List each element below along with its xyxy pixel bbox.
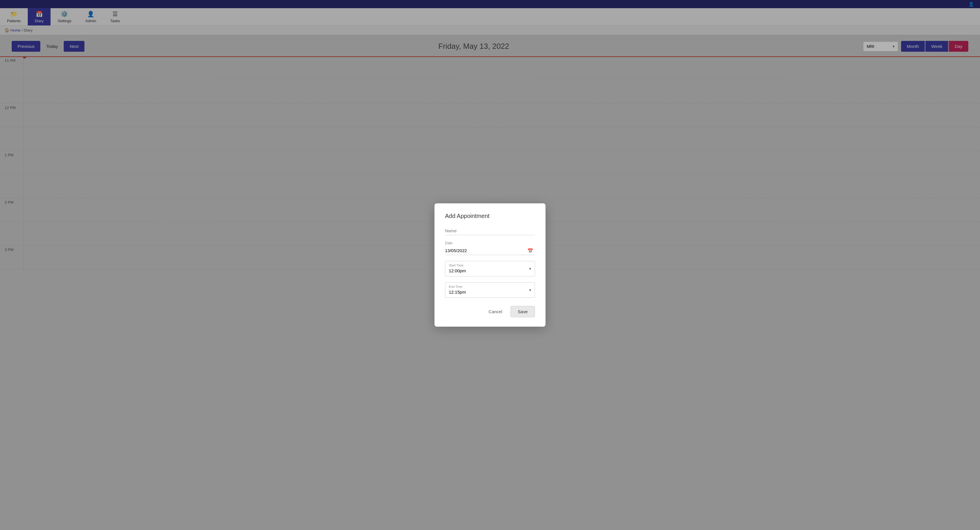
start-time-label: Start Time xyxy=(445,262,535,267)
modal-actions: Cancel Save xyxy=(445,306,535,317)
cancel-button[interactable]: Cancel xyxy=(484,306,507,317)
start-time-select[interactable]: 12:00pm 12:15pm 12:30pm 12:45pm 1:00pm xyxy=(445,267,535,275)
modal-overlay[interactable]: Add Appointment Date 📅 Start Time 12:00p… xyxy=(0,0,980,530)
end-time-wrapper: End Time 12:15pm 12:30pm 12:45pm 1:00pm … xyxy=(445,282,535,298)
date-label: Date xyxy=(445,241,535,245)
end-time-label: End Time xyxy=(445,283,535,288)
modal-title: Add Appointment xyxy=(445,213,535,220)
date-input[interactable] xyxy=(445,246,535,255)
save-button[interactable]: Save xyxy=(511,306,535,317)
date-form-group: Date 📅 xyxy=(445,241,535,255)
calendar-icon[interactable]: 📅 xyxy=(527,248,533,254)
start-time-wrapper: Start Time 12:00pm 12:15pm 12:30pm 12:45… xyxy=(445,261,535,276)
name-input[interactable] xyxy=(445,226,535,235)
start-time-form-group: Start Time 12:00pm 12:15pm 12:30pm 12:45… xyxy=(445,261,535,276)
end-time-select[interactable]: 12:15pm 12:30pm 12:45pm 1:00pm 1:15pm xyxy=(445,288,535,297)
name-form-group xyxy=(445,226,535,235)
date-wrapper: 📅 xyxy=(445,246,535,255)
end-time-form-group: End Time 12:15pm 12:30pm 12:45pm 1:00pm … xyxy=(445,282,535,298)
add-appointment-modal: Add Appointment Date 📅 Start Time 12:00p… xyxy=(434,203,546,327)
